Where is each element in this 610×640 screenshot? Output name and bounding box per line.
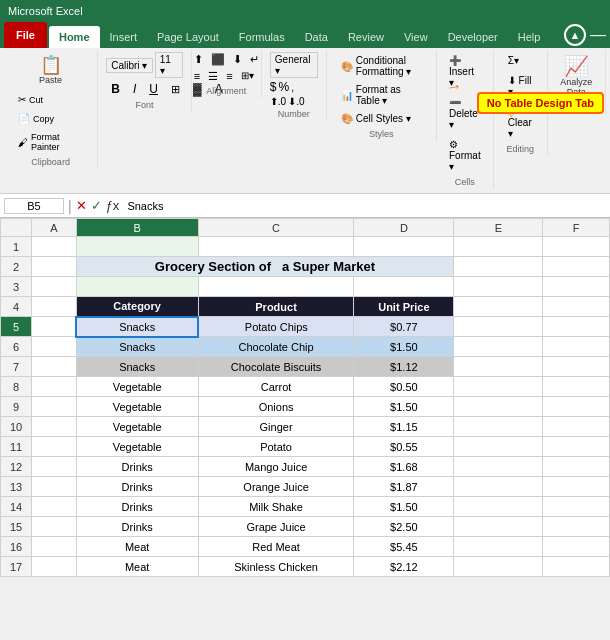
cell-A14[interactable]	[32, 497, 76, 517]
cell-E7[interactable]	[454, 357, 543, 377]
cell-reference-input[interactable]: B5	[4, 198, 64, 214]
row-header-17[interactable]: 17	[1, 557, 32, 577]
format-as-table-button[interactable]: 📊 Format as Table ▾	[335, 81, 428, 109]
cell-B4-header[interactable]: Category	[76, 297, 198, 317]
row-header-12[interactable]: 12	[1, 457, 32, 477]
cell-A2[interactable]	[32, 257, 76, 277]
cell-D11[interactable]: $0.55	[354, 437, 454, 457]
cell-E11[interactable]	[454, 437, 543, 457]
cell-B3[interactable]	[76, 277, 198, 297]
font-family-dropdown[interactable]: Calibri ▾	[106, 58, 153, 73]
cell-F17[interactable]	[543, 557, 610, 577]
col-header-C[interactable]: C	[198, 219, 354, 237]
cell-F12[interactable]	[543, 457, 610, 477]
tab-file[interactable]: File	[4, 22, 47, 48]
cell-A5[interactable]	[32, 317, 76, 337]
cell-F9[interactable]	[543, 397, 610, 417]
borders-button[interactable]: ⊞	[166, 81, 185, 98]
cell-C1[interactable]	[198, 237, 354, 257]
cell-B10[interactable]: Vegetable	[76, 417, 198, 437]
cell-F14[interactable]	[543, 497, 610, 517]
cancel-formula-icon[interactable]: ✕	[76, 198, 87, 213]
cell-B12[interactable]: Drinks	[76, 457, 198, 477]
tab-page-layout[interactable]: Page Layout	[147, 26, 229, 48]
align-left-button[interactable]: ≡	[191, 69, 203, 84]
cell-F13[interactable]	[543, 477, 610, 497]
cell-A1[interactable]	[32, 237, 76, 257]
currency-button[interactable]: $	[270, 80, 277, 94]
row-header-6[interactable]: 6	[1, 337, 32, 357]
cell-E1[interactable]	[454, 237, 543, 257]
confirm-formula-icon[interactable]: ✓	[91, 198, 102, 213]
row-header-3[interactable]: 3	[1, 277, 32, 297]
cell-B2-title[interactable]: Grocery Section of a Super Market	[76, 257, 454, 277]
italic-button[interactable]: I	[128, 80, 141, 98]
cell-F10[interactable]	[543, 417, 610, 437]
cell-C17[interactable]: Skinless Chicken	[198, 557, 354, 577]
cell-C3[interactable]	[198, 277, 354, 297]
cell-A17[interactable]	[32, 557, 76, 577]
cell-D16[interactable]: $5.45	[354, 537, 454, 557]
cell-C6[interactable]: Chocolate Chip	[198, 337, 354, 357]
cell-C5[interactable]: Potato Chips	[198, 317, 354, 337]
cell-F7[interactable]	[543, 357, 610, 377]
autosum-button[interactable]: Σ▾	[502, 52, 539, 69]
cell-C16[interactable]: Red Meat	[198, 537, 354, 557]
tab-data[interactable]: Data	[295, 26, 338, 48]
cell-B17[interactable]: Meat	[76, 557, 198, 577]
cell-A7[interactable]	[32, 357, 76, 377]
row-header-14[interactable]: 14	[1, 497, 32, 517]
cell-F5[interactable]	[543, 317, 610, 337]
row-header-7[interactable]: 7	[1, 357, 32, 377]
cell-B6[interactable]: Snacks	[76, 337, 198, 357]
cell-B7[interactable]: Snacks	[76, 357, 198, 377]
cell-F1[interactable]	[543, 237, 610, 257]
cell-A16[interactable]	[32, 537, 76, 557]
cell-D17[interactable]: $2.12	[354, 557, 454, 577]
col-header-A[interactable]: A	[32, 219, 76, 237]
cell-C10[interactable]: Ginger	[198, 417, 354, 437]
align-center-button[interactable]: ☰	[205, 69, 221, 84]
row-header-13[interactable]: 13	[1, 477, 32, 497]
cell-A6[interactable]	[32, 337, 76, 357]
cell-D9[interactable]: $1.50	[354, 397, 454, 417]
align-top-button[interactable]: ⬆	[191, 52, 206, 67]
cell-C7[interactable]: Chocolate Biscuits	[198, 357, 354, 377]
cell-E9[interactable]	[454, 397, 543, 417]
cell-E14[interactable]	[454, 497, 543, 517]
cell-B16[interactable]: Meat	[76, 537, 198, 557]
col-header-F[interactable]: F	[543, 219, 610, 237]
cell-B13[interactable]: Drinks	[76, 477, 198, 497]
cell-E15[interactable]	[454, 517, 543, 537]
row-header-15[interactable]: 15	[1, 517, 32, 537]
conditional-formatting-button[interactable]: 🎨 Conditional Formatting ▾	[335, 52, 428, 80]
cell-D4-header[interactable]: Unit Price	[354, 297, 454, 317]
cell-D10[interactable]: $1.15	[354, 417, 454, 437]
font-size-dropdown[interactable]: 11 ▾	[155, 52, 183, 78]
minimize-icon[interactable]: —	[590, 26, 606, 44]
row-header-10[interactable]: 10	[1, 417, 32, 437]
row-header-8[interactable]: 8	[1, 377, 32, 397]
underline-button[interactable]: U	[144, 80, 163, 98]
cell-B8[interactable]: Vegetable	[76, 377, 198, 397]
cell-B11[interactable]: Vegetable	[76, 437, 198, 457]
number-format-dropdown[interactable]: General ▾	[270, 52, 318, 78]
cell-D15[interactable]: $2.50	[354, 517, 454, 537]
row-header-4[interactable]: 4	[1, 297, 32, 317]
tab-review[interactable]: Review	[338, 26, 394, 48]
cell-D14[interactable]: $1.50	[354, 497, 454, 517]
cell-F3[interactable]	[543, 277, 610, 297]
percent-button[interactable]: %	[279, 80, 290, 94]
tab-developer[interactable]: Developer	[438, 26, 508, 48]
format-painter-button[interactable]: 🖌Format Painter	[12, 129, 89, 155]
cell-E8[interactable]	[454, 377, 543, 397]
cell-D3[interactable]	[354, 277, 454, 297]
cell-D13[interactable]: $1.87	[354, 477, 454, 497]
cell-C12[interactable]: Mango Juice	[198, 457, 354, 477]
cell-F11[interactable]	[543, 437, 610, 457]
cell-E17[interactable]	[454, 557, 543, 577]
wrap-text-button[interactable]: ↵	[247, 52, 262, 67]
account-icon[interactable]: ▲	[564, 24, 586, 46]
merge-button[interactable]: ⊞▾	[238, 69, 257, 84]
comma-button[interactable]: ,	[291, 82, 294, 93]
